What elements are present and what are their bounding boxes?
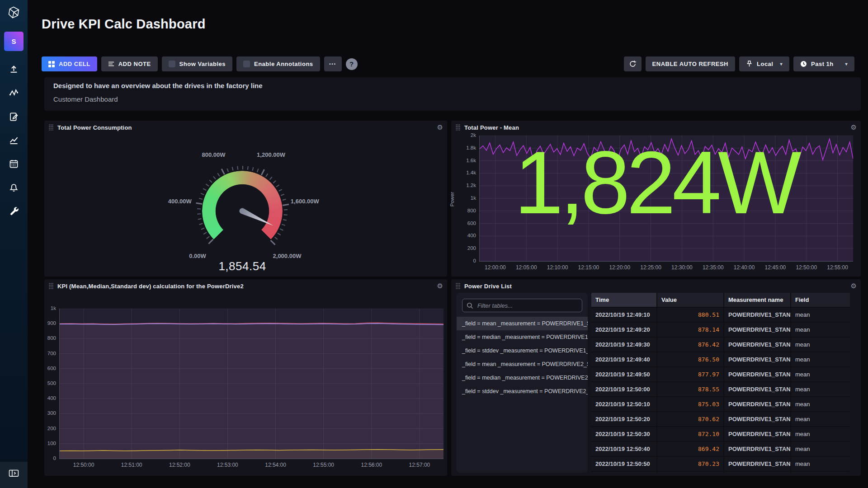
alerts-bell-icon[interactable] [9,182,19,192]
cell-total-power-mean: Total Power - Mean ⚙ Power 0200400600800… [451,121,861,277]
enable-annotations-toggle[interactable]: Enable Annotations [236,56,320,71]
x-tick-label: 12:57:00 [399,462,440,468]
power-drive-table: TimeValueMeasurement nameField2022/10/19… [591,293,850,473]
table-header-time[interactable]: Time [591,293,656,307]
table-cell-meas: POWERDRIVE1_STAN… [724,352,790,366]
filter-tables-searchbox[interactable] [462,299,582,312]
gauge-value: 1,854.54 [218,259,266,273]
table-header-field[interactable]: Field [791,293,850,307]
cell-settings-gear-icon[interactable]: ⚙ [851,124,857,131]
note-lines-icon [108,61,114,67]
y-tick-label: 2k [455,132,476,138]
table-cell-time: 2022/10/19 12:50:10 [591,397,656,411]
drag-handle-icon[interactable] [456,283,460,289]
settings-wrench-icon[interactable] [9,206,19,216]
query-list-item[interactable]: _field = mean _measurement = POWERDRIVE2… [457,357,588,371]
x-tick-label: 12:51:00 [111,462,152,468]
table-cell-meas: POWERDRIVE1_STAN… [724,382,790,396]
tasks-calendar-icon[interactable] [9,159,19,169]
cell-settings-gear-icon[interactable]: ⚙ [437,124,443,131]
table-cell-meas: POWERDRIVE1_STAN… [724,442,790,456]
table-cell-field: mean [791,397,850,411]
table-list-panel: _field = mean _measurement = POWERDRIVE1… [457,293,588,473]
cell-title: Power Drive List [464,283,512,290]
enable-auto-refresh-button[interactable]: ENABLE AUTO REFRESH [646,56,735,71]
table-cell-time: 2022/10/19 12:49:40 [591,352,656,366]
x-tick-label: 12:55:00 [817,264,858,271]
add-cell-button[interactable]: ADD CELL [42,56,97,71]
show-variables-toggle[interactable]: Show Variables [162,56,232,71]
table-cell-field: mean [791,382,850,396]
line-chart-total-power-mean: 02004006008001k1.2k1.4k1.6k1.8k2k12:00:0… [479,136,853,262]
data-explorer-icon[interactable] [9,88,19,98]
influxdb-logo-icon[interactable] [8,6,20,19]
sidebar: S [0,0,28,488]
query-list-item[interactable]: _field = stddev _measurement = POWERDRIV… [457,344,588,357]
cell-title: Total Power Consumption [57,124,132,131]
table-cell-val: 872.10 [657,427,723,441]
drag-handle-icon[interactable] [456,124,460,131]
y-tick-label: 0 [455,258,476,263]
drag-handle-icon[interactable] [49,124,53,131]
upload-icon[interactable] [9,64,19,75]
query-list-item[interactable]: _field = mean _measurement = POWERDRIVE1… [457,317,588,330]
table-cell-time: 2022/10/19 12:50:30 [591,427,656,441]
table-cell-val: 874.27 [657,472,723,473]
cell-settings-gear-icon[interactable]: ⚙ [851,282,857,289]
user-avatar[interactable]: S [4,32,24,51]
table-cell-val: 876.42 [657,338,723,352]
y-tick-label: 500 [35,380,56,386]
drag-handle-icon[interactable] [49,283,53,289]
table-cell-meas: POWERDRIVE1_STAN… [724,457,790,471]
enable-annotations-checkbox[interactable] [243,61,250,67]
table-cell-field: mean [791,338,850,352]
table-cell-field: mean [791,457,850,471]
y-tick-label: 200 [35,426,56,431]
query-list-item[interactable]: _field = median _measurement = POWERDRIV… [457,330,588,344]
x-tick-label: 12:53:00 [207,462,248,468]
table-cell-time: 2022/10/19 12:50:40 [591,442,656,456]
help-icon[interactable]: ? [346,58,358,70]
cell-settings-gear-icon[interactable]: ⚙ [437,282,443,289]
query-list-item[interactable]: _field = stddev _measurement = POWERDRIV… [457,385,588,398]
y-tick-label: 1k [455,195,476,201]
dashboards-icon[interactable] [9,135,19,145]
filter-tables-input[interactable] [476,302,578,310]
table-cell-val: 876.50 [657,352,723,366]
notebooks-icon[interactable] [9,112,19,122]
timezone-dropdown[interactable]: Local▾ [739,56,789,71]
refresh-button[interactable] [624,56,642,71]
chevron-down-icon: ▾ [780,61,783,66]
table-cell-time: 2022/10/19 12:51:00 [591,472,656,473]
table-cell-field: mean [791,352,850,366]
y-tick-label: 800 [35,335,56,341]
table-cell-time: 2022/10/19 12:50:20 [591,412,656,426]
table-cell-meas: POWERDRIVE1_STAN… [724,427,790,441]
y-tick-label: 1.8k [455,145,476,150]
gauge-needle [193,161,292,261]
line-chart-kpi: 01002003004005006007008009001k12:50:0012… [59,309,443,459]
y-tick-label: 1.4k [455,170,476,175]
y-tick-label: 800 [455,208,476,213]
table-header-value[interactable]: Value [657,293,723,307]
gauge-tick-label: 400.00W [168,198,192,205]
gauge-tick-label: 1,600.00W [291,198,319,205]
more-options-button[interactable]: ••• [324,56,342,71]
table-header-measurement-name[interactable]: Measurement name [724,293,790,307]
query-list-item[interactable]: _field = median _measurement = POWERDRIV… [457,371,588,385]
pin-icon [746,61,753,67]
y-tick-label: 0 [35,455,56,461]
show-variables-checkbox[interactable] [169,61,175,67]
add-note-button[interactable]: ADD NOTE [101,56,158,71]
time-range-dropdown[interactable]: Past 1h▾ [793,56,854,71]
table-cell-val: 870.23 [657,457,723,471]
table-cell-meas: POWERDRIVE1_STAN… [724,338,790,352]
cell-power-drive-list: Power Drive List ⚙ _field = mean _measur… [451,279,861,476]
y-tick-label: 400 [455,233,476,238]
y-tick-label: 600 [35,366,56,371]
table-cell-field: mean [791,472,850,473]
table-cell-val: 869.42 [657,442,723,456]
table-cell-time: 2022/10/19 12:50:50 [591,457,656,471]
collapse-sidebar-icon[interactable] [9,469,19,480]
chevron-down-icon: ▾ [845,61,848,66]
